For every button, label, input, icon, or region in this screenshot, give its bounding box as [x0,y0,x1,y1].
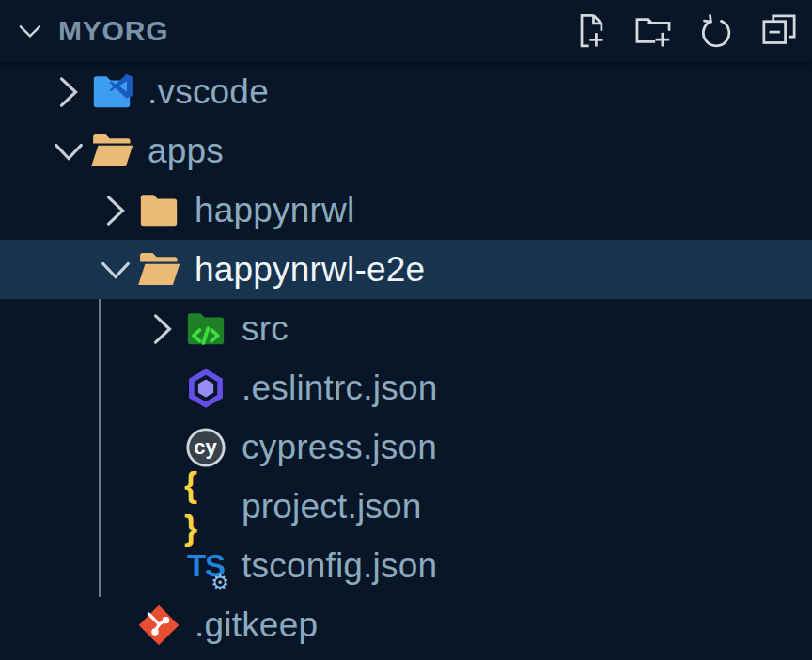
tree-item-label: cypress.json [242,428,437,467]
file-icon-slot [137,248,180,291]
file-icon-slot: { } [184,485,227,528]
tree-row-cypress-json[interactable]: cy cypress.json [0,417,812,477]
chevron-slot [141,536,184,595]
chevron-right-icon[interactable] [47,62,90,121]
tree-item-label: apps [148,132,224,171]
file-icon-slot [137,189,180,232]
tree-row-happynrwl[interactable]: happynrwl [0,181,812,240]
chevron-right-icon[interactable] [94,181,137,240]
tree-item-label: .vscode [148,72,269,112]
tsconfig-icon: TS ⚙ [184,544,227,588]
file-icon-slot [90,71,133,114]
tree-row-eslintrc-json[interactable]: .eslintrc.json [0,358,812,417]
chevron-slot [141,358,184,417]
file-icon-slot [90,130,133,173]
chevron-slot [141,477,184,536]
project-title: MYORG [58,15,168,47]
indent-guide [99,299,101,597]
tree-row-vscode[interactable]: .vscode [0,62,812,121]
chevron-slot [141,417,184,477]
chevron-right-icon [144,310,181,348]
chevron-down-icon[interactable] [47,121,90,181]
chevron-down-icon[interactable] [94,240,137,299]
folder-icon [137,189,180,232]
section-chevron-down-icon[interactable] [13,14,47,48]
tree-item-label: happynrwl-e2e [195,250,425,290]
tree-row-tsconfig-json[interactable]: TS ⚙ tsconfig.json [0,536,812,595]
new-folder-icon [632,10,674,52]
tree-item-label: happynrwl [195,191,354,230]
folder-open-icon [137,248,180,291]
collapse-all-button[interactable] [757,8,801,55]
tree-item-label: .gitkeep [195,605,318,645]
explorer-panel: MYORG [0,0,812,660]
new-file-button[interactable] [569,8,612,55]
tree-row-happynrwl-e2e[interactable]: happynrwl-e2e [0,240,812,299]
tree-row-apps[interactable]: apps [0,121,812,181]
gear-icon: ⚙ [211,573,229,593]
src-folder-icon [184,307,227,351]
new-file-icon [570,10,611,52]
header-actions [569,8,801,55]
tree-item-label: tsconfig.json [242,546,437,586]
explorer-section-header[interactable]: MYORG [0,0,812,62]
chevron-slot [94,595,137,654]
refresh-button[interactable] [695,8,738,55]
vscode-folder-icon [90,71,133,114]
chevron-right-icon [50,73,87,111]
json-braces-icon: { } [184,464,227,550]
tree-item-label: .eslintrc.json [242,369,437,408]
tree-row-src[interactable]: src [0,299,812,358]
tree-item-label: src [242,309,289,349]
svg-text:cy: cy [194,435,217,459]
file-icon-slot: TS ⚙ [184,544,227,588]
tree-row-project-json[interactable]: { } project.json [0,477,812,536]
chevron-down-icon [50,133,87,170]
file-tree: .vscode apps happynrwl happynrwl-e2e [0,62,812,654]
eslint-icon [184,367,227,410]
chevron-down-icon [97,251,134,289]
collapse-all-icon [758,10,800,52]
tree-row-gitkeep[interactable]: .gitkeep [0,595,812,654]
file-icon-slot [184,307,227,351]
folder-open-icon [90,130,133,173]
chevron-right-icon[interactable] [141,299,184,358]
new-folder-button[interactable] [632,8,675,55]
chevron-right-icon [97,192,134,229]
git-icon [137,604,180,647]
tree-item-label: project.json [242,487,422,526]
file-icon-slot [137,604,180,647]
refresh-icon [695,10,737,52]
file-icon-slot [184,367,227,410]
